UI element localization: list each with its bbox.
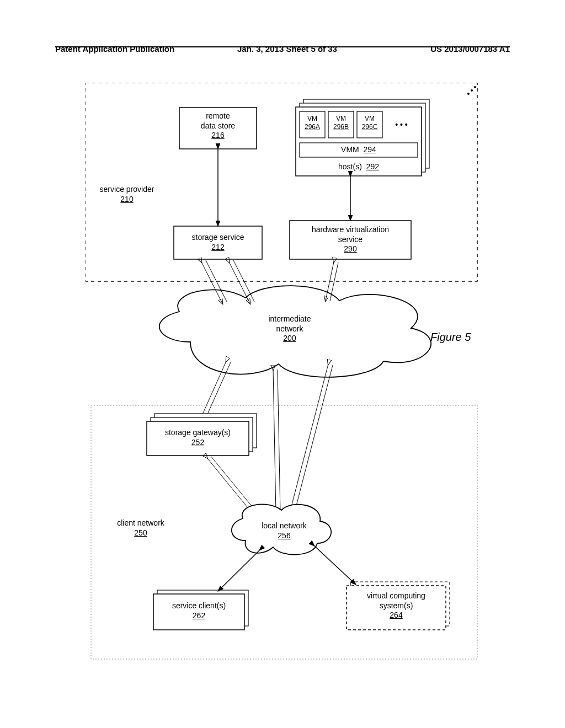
svg-point-2 bbox=[471, 89, 473, 92]
storage-gateways-box: storage gateway(s) 252 bbox=[147, 428, 249, 447]
page-header: Patent Application Publication Jan. 3, 2… bbox=[55, 44, 510, 47]
svg-line-26 bbox=[290, 364, 328, 513]
vm-b-box: VM296B bbox=[328, 115, 354, 131]
local-network-cloud: local network 256 bbox=[248, 521, 320, 540]
remote-data-store-box: remote data store 216 bbox=[179, 111, 257, 141]
header-left: Patent Application Publication bbox=[55, 44, 174, 53]
service-clients-box: service client(s) 262 bbox=[153, 601, 244, 620]
hosts-box: host(s) 292 bbox=[296, 162, 422, 172]
virtual-computing-systems-box: virtual computing system(s) 264 bbox=[347, 591, 446, 620]
diagram-figure: service provider 210 remote data store 2… bbox=[86, 83, 483, 662]
service-provider-label: service provider 210 bbox=[91, 185, 163, 204]
storage-service-box: storage service 212 bbox=[174, 233, 262, 252]
svg-line-27 bbox=[294, 365, 333, 514]
svg-line-24 bbox=[273, 370, 276, 513]
svg-point-3 bbox=[474, 86, 476, 88]
svg-line-38 bbox=[218, 550, 259, 591]
header-right: US 2013/0007183 A1 bbox=[430, 44, 510, 53]
svg-line-21 bbox=[330, 263, 338, 301]
vmm-box: VMM 294 bbox=[300, 145, 418, 155]
figure-label: Figure 5 bbox=[430, 331, 471, 344]
vm-c-box: VM296C bbox=[357, 115, 382, 131]
svg-line-39 bbox=[315, 546, 356, 585]
svg-line-25 bbox=[278, 370, 280, 513]
intermediate-network-cloud: intermediate network 200 bbox=[240, 314, 339, 344]
svg-point-1 bbox=[467, 93, 470, 95]
hw-virt-service-box: hardware virtualization service 290 bbox=[290, 225, 411, 254]
header-center: Jan. 3, 2013 Sheet 5 of 33 bbox=[237, 44, 337, 53]
vm-ellipsis: • • • bbox=[386, 120, 417, 130]
client-network-label: client network 250 bbox=[102, 518, 179, 538]
vm-a-box: VM296A bbox=[300, 115, 325, 131]
